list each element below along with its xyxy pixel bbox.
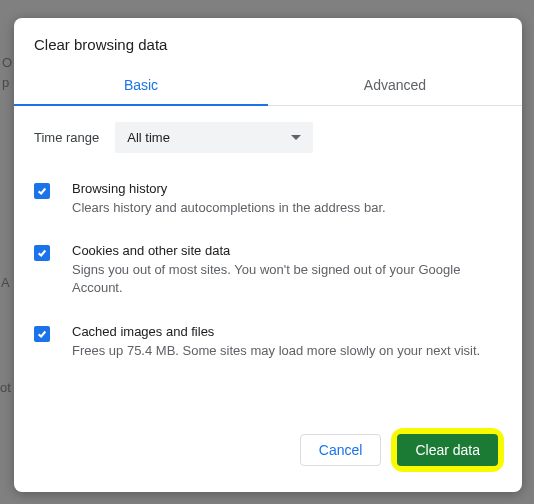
- dialog-footer: Cancel Clear data: [14, 414, 522, 492]
- option-desc: Signs you out of most sites. You won't b…: [72, 261, 502, 297]
- tab-basic[interactable]: Basic: [14, 67, 268, 105]
- clear-data-button[interactable]: Clear data: [397, 434, 498, 466]
- time-range-label: Time range: [34, 130, 99, 145]
- highlight-annotation: Clear data: [391, 428, 504, 472]
- option-text: Cached images and files Frees up 75.4 MB…: [72, 324, 502, 360]
- option-text: Cookies and other site data Signs you ou…: [72, 243, 502, 297]
- time-range-select[interactable]: All time: [115, 122, 313, 153]
- checkbox-browsing-history[interactable]: [34, 183, 50, 199]
- dialog-title: Clear browsing data: [14, 18, 522, 67]
- chevron-down-icon: [291, 135, 301, 140]
- option-text: Browsing history Clears history and auto…: [72, 181, 502, 217]
- option-title: Cached images and files: [72, 324, 502, 339]
- cancel-button[interactable]: Cancel: [300, 434, 382, 466]
- time-range-row: Time range All time: [34, 122, 502, 153]
- time-range-value: All time: [127, 130, 170, 145]
- option-browsing-history: Browsing history Clears history and auto…: [34, 181, 502, 217]
- option-cookies: Cookies and other site data Signs you ou…: [34, 243, 502, 297]
- option-desc: Frees up 75.4 MB. Some sites may load mo…: [72, 342, 502, 360]
- option-cache: Cached images and files Frees up 75.4 MB…: [34, 324, 502, 360]
- checkmark-icon: [37, 329, 47, 339]
- tab-advanced[interactable]: Advanced: [268, 67, 522, 105]
- checkmark-icon: [37, 248, 47, 258]
- dialog-content: Time range All time Browsing history Cle…: [14, 106, 522, 414]
- checkbox-cookies[interactable]: [34, 245, 50, 261]
- tabs: Basic Advanced: [14, 67, 522, 106]
- option-title: Cookies and other site data: [72, 243, 502, 258]
- option-desc: Clears history and autocompletions in th…: [72, 199, 502, 217]
- option-title: Browsing history: [72, 181, 502, 196]
- checkmark-icon: [37, 186, 47, 196]
- clear-browsing-data-dialog: Clear browsing data Basic Advanced Time …: [14, 18, 522, 492]
- checkbox-cache[interactable]: [34, 326, 50, 342]
